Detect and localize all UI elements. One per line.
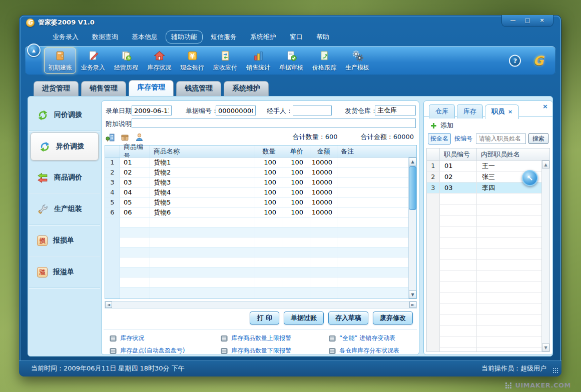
staff-row-selected[interactable]: 3 03 李四 [427, 182, 541, 194]
yen-badge-icon: ¥ [186, 50, 199, 62]
menu-item-aux-functions[interactable]: 辅助功能 [166, 30, 203, 44]
menu-item-window[interactable]: 窗口 [284, 30, 308, 44]
app-window: G 管家婆2009 V1.0 — □ × 业务录入 数据查询 基本信息 辅助功能… [19, 15, 561, 376]
link-upper-limit-alert[interactable]: 库存商品数量上限报警 [221, 334, 329, 342]
toolbar-button-receivable-payable[interactable]: 应收应付 [209, 48, 241, 74]
ledger-wallet-icon [54, 50, 67, 62]
link-lower-limit-alert[interactable]: 库存商品数量下限报警 [221, 346, 329, 355]
tab-cashflow-management[interactable]: 钱流管理 [176, 81, 221, 96]
sidebar-item-overflow-report[interactable]: 溢 报溢单 [29, 256, 100, 288]
menu-item-help[interactable]: 帮助 [311, 30, 335, 44]
table-row[interactable]: 3 03 货物3 100 100 10000 [105, 178, 408, 188]
scroll-right-button[interactable]: ► [409, 302, 416, 308]
scroll-down-button[interactable]: ▼ [542, 344, 549, 352]
collapse-toolbar-button[interactable]: ▲ [27, 44, 41, 57]
product-picker-icon[interactable] [120, 132, 130, 142]
sidebar-item-diff-price-transfer[interactable]: 异价调拨 [31, 132, 99, 160]
cell-name: 货物6 [150, 208, 255, 217]
table-row[interactable]: 6 06 货物6 100 100 10000 [105, 208, 408, 218]
scroll-left-button[interactable]: ◄ [105, 302, 112, 308]
warehouse-picker-icon[interactable] [106, 132, 115, 142]
link-warehouse-distribution[interactable]: 各仓库库存分布状况表 [329, 346, 416, 355]
link-inventory-status[interactable]: 库存状况 [110, 334, 221, 342]
picker-tab-inventory[interactable]: 库存 [457, 104, 483, 118]
toolbar-button-production-template[interactable]: 生产模板 [341, 48, 373, 74]
maximize-button[interactable]: □ [521, 16, 534, 24]
link-omnipotent-change-table[interactable]: “全能” 进销存变动表 [329, 334, 416, 342]
cell-qty: 100 [255, 208, 283, 217]
scroll-down-button[interactable]: ▼ [409, 290, 416, 298]
warehouse-input[interactable] [375, 106, 416, 116]
divider [104, 329, 417, 330]
menu-item-sms-service[interactable]: 短信服务 [205, 30, 242, 44]
filter-by-code[interactable]: 按编号 [453, 134, 473, 144]
sidebar-item-same-price-transfer[interactable]: 同价调拨 [29, 100, 100, 131]
toolbar-button-sales-stats[interactable]: 销售统计 [242, 48, 274, 74]
save-draft-button[interactable]: 存入草稿 [328, 312, 368, 324]
toolbar-button-inventory-status[interactable]: 库存状况 [143, 48, 175, 74]
tab-sales-management[interactable]: 销售管理 [81, 81, 126, 96]
staff-vertical-scrollbar[interactable]: ▲ ▼ [541, 160, 549, 352]
table-row[interactable]: 2 02 货物2 100 100 10000 [105, 168, 408, 178]
items-table: 商品编号 商品名称 数量 单价 金额 备注 1 01 货物1 100 100 1… [105, 145, 417, 299]
panel-close-icon[interactable]: × [542, 102, 548, 110]
scrollbar-thumb[interactable] [409, 166, 416, 210]
resize-grip[interactable] [552, 368, 559, 374]
add-staff-button[interactable]: 添加 [430, 121, 453, 130]
menu-item-basic-info[interactable]: 基本信息 [126, 30, 163, 44]
post-document-button[interactable]: 单据过账 [284, 312, 324, 324]
menu-item-business-entry[interactable]: 业务录入 [47, 30, 84, 44]
sidebar-item-loss-report[interactable]: 损 报损单 [29, 225, 100, 256]
toolbar-button-business-entry[interactable]: 业务录入 [77, 48, 109, 74]
staff-row[interactable]: 1 01 王一 [427, 160, 541, 172]
document-arrows-icon [219, 50, 232, 62]
filter-by-fullname[interactable]: 按全名 [428, 133, 451, 144]
search-button[interactable]: 搜索 [528, 133, 548, 144]
house-icon [153, 50, 166, 62]
title-bar[interactable]: G 管家婆2009 V1.0 [19, 15, 561, 30]
menu-item-system-maintain[interactable]: 系统维护 [245, 30, 282, 44]
toolbar-button-price-tracking[interactable]: 价格跟踪 [308, 48, 340, 74]
toolbar-button-cash-bank[interactable]: ¥ 现金银行 [176, 48, 208, 74]
staff-search-input[interactable] [476, 134, 526, 144]
sidebar-item-price-adjust[interactable]: 商品调价 [29, 162, 100, 194]
scroll-up-button[interactable]: ▲ [542, 160, 549, 168]
doc-no-input[interactable] [216, 106, 256, 116]
person-picker-icon[interactable] [135, 132, 144, 142]
help-button[interactable]: ? [509, 54, 521, 66]
toolbar-button-history[interactable]: 经营历程 [110, 48, 142, 74]
cell-note [337, 198, 408, 207]
vertical-scrollbar[interactable]: ▲ ▼ [408, 158, 416, 298]
handler-input[interactable] [293, 106, 332, 116]
date-input[interactable] [132, 106, 172, 116]
toolbar-button-initial-setup[interactable]: 初期建账 [44, 48, 76, 74]
discard-changes-button[interactable]: 废弃修改 [373, 312, 413, 324]
sidebar-item-label: 异价调拨 [56, 142, 84, 151]
menu-item-data-query[interactable]: 数据查询 [87, 30, 124, 44]
cell-price: 100 [283, 208, 310, 217]
table-row[interactable]: 5 05 货物5 100 100 10000 [105, 198, 408, 208]
tab-purchase-management[interactable]: 进货管理 [34, 81, 79, 96]
tab-close-icon[interactable]: × [508, 108, 512, 115]
toolbar-button-doc-audit[interactable]: 单据审核 [275, 48, 307, 74]
sidebar-item-production-assembly[interactable]: 生产组装 [29, 194, 100, 225]
picker-tab-staff[interactable]: 职员× [485, 104, 519, 119]
picker-tab-warehouse[interactable]: 仓库 [429, 104, 455, 118]
horizontal-scrollbar[interactable]: ◄ ► [105, 301, 417, 308]
link-stocktaking[interactable]: 库存盘点(自动盘盈盘亏) [110, 346, 221, 355]
sidebar-item-label: 报溢单 [53, 268, 74, 276]
table-row[interactable]: 4 04 货物4 100 100 10000 [105, 188, 408, 198]
cell-code: 03 [120, 178, 150, 187]
minimize-button[interactable]: — [506, 16, 519, 24]
cell-name: 货物1 [150, 158, 255, 167]
print-button[interactable]: 打 印 [250, 312, 279, 324]
close-button[interactable]: × [535, 16, 548, 24]
header-row-num [427, 148, 440, 160]
note-input[interactable] [132, 118, 416, 128]
tab-system-maintain[interactable]: 系统维护 [224, 81, 269, 96]
table-row[interactable]: 1 01 货物1 100 100 10000 [105, 158, 408, 168]
handler-label: 经手人： [267, 106, 293, 116]
tab-inventory-management[interactable]: 库存管理 [129, 80, 174, 96]
cell-note [337, 208, 408, 217]
scroll-up-button[interactable]: ▲ [409, 158, 416, 166]
